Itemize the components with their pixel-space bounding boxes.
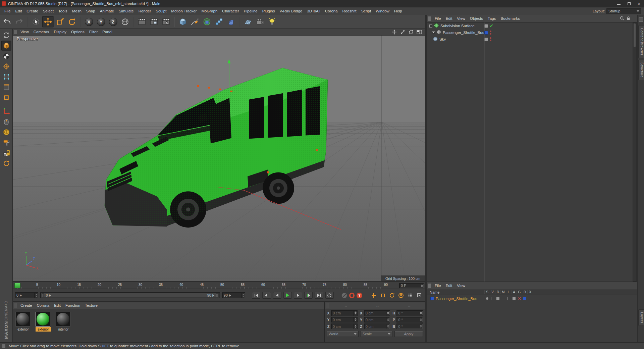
visibility-dots-icon[interactable] xyxy=(490,31,491,35)
object-manager-menu-item[interactable]: File xyxy=(432,15,443,22)
take-marker-icon[interactable] xyxy=(522,296,527,301)
record-scale-icon[interactable] xyxy=(379,292,386,299)
pos-y-field[interactable]: 0 cm xyxy=(331,317,358,322)
zoom-view-icon[interactable] xyxy=(399,30,406,35)
take-solo-icon[interactable] xyxy=(484,296,490,301)
coin-icon[interactable] xyxy=(1,127,11,137)
menu-item[interactable]: File xyxy=(2,7,13,15)
layout-dropdown[interactable]: Startup xyxy=(606,8,641,14)
axis-y-lock-icon[interactable]: Y xyxy=(95,16,107,28)
take-column-header[interactable]: V xyxy=(490,290,495,294)
menu-item[interactable]: Render xyxy=(136,7,154,15)
prev-key-icon[interactable] xyxy=(262,292,271,299)
enable-axis-icon[interactable] xyxy=(1,106,11,116)
rotate-view-icon[interactable] xyxy=(407,30,415,35)
enabled-check-icon[interactable] xyxy=(490,24,493,27)
next-frame-icon[interactable] xyxy=(294,292,302,299)
take-column-header[interactable]: M xyxy=(500,290,506,294)
object-manager-scrollbar[interactable] xyxy=(633,22,637,282)
dock-tab[interactable]: Content Browser xyxy=(638,25,644,58)
viewport-menu-item[interactable]: View xyxy=(18,29,31,35)
minimize-button[interactable] xyxy=(614,0,624,7)
material-item[interactable]: interior xyxy=(56,312,71,332)
texture-tag-icon[interactable] xyxy=(484,31,488,35)
paint-icon[interactable] xyxy=(1,138,11,148)
move-tool-icon[interactable] xyxy=(42,16,54,28)
keyframe-selection-icon[interactable] xyxy=(416,292,423,299)
timeline-playhead[interactable] xyxy=(14,283,20,288)
rotate-tool-icon[interactable] xyxy=(66,16,78,28)
menu-item[interactable]: Corona xyxy=(323,7,340,15)
add-light-icon[interactable] xyxy=(266,16,278,28)
add-camera-icon[interactable] xyxy=(254,16,266,28)
take-manager-menu-item[interactable]: File xyxy=(432,283,443,289)
material-item[interactable]: exterior xyxy=(36,312,51,332)
object-manager-menu-item[interactable]: Edit xyxy=(443,15,455,22)
points-mode-icon[interactable] xyxy=(1,72,11,82)
take-column-header[interactable]: D xyxy=(522,290,527,294)
play-icon[interactable] xyxy=(283,292,292,299)
range-end-field[interactable]: 90 F xyxy=(222,292,246,298)
take-manager-menu-item[interactable]: Edit xyxy=(443,283,455,289)
viewport-menu-item[interactable]: Options xyxy=(69,29,87,35)
live-selection-icon[interactable] xyxy=(30,16,42,28)
coord-mode-dropdown[interactable]: Scale xyxy=(361,331,392,337)
menu-item[interactable]: Help xyxy=(392,7,405,15)
menu-item[interactable]: Animate xyxy=(98,7,116,15)
dock-tab[interactable]: Structure xyxy=(638,60,644,80)
size-x-field[interactable]: 0 cm xyxy=(364,310,390,316)
dock-tab-layers[interactable]: Layers xyxy=(638,309,644,326)
add-mograph-icon[interactable] xyxy=(213,16,225,28)
viewport-menu-item[interactable]: Cameras xyxy=(31,29,52,35)
take-lights-icon[interactable] xyxy=(506,296,511,301)
axis-z-lock-icon[interactable]: Z xyxy=(107,16,119,28)
menu-item[interactable]: Window xyxy=(373,7,392,15)
coordinate-system-icon[interactable] xyxy=(119,16,131,28)
panel-grip[interactable] xyxy=(428,16,431,21)
take-column-header[interactable]: A xyxy=(511,290,517,294)
coord-header-size[interactable]: -- xyxy=(362,304,393,308)
prev-frame-icon[interactable] xyxy=(273,292,281,299)
pos-x-field[interactable]: 0 cm xyxy=(331,310,358,316)
take-column-header[interactable]: G xyxy=(517,290,522,294)
record-pla-icon[interactable] xyxy=(407,292,414,299)
workplane-mode-icon[interactable] xyxy=(1,61,11,71)
rot-p-field[interactable]: 0 ° xyxy=(396,317,423,322)
goto-start-icon[interactable] xyxy=(252,292,260,299)
visibility-dots-icon[interactable] xyxy=(490,37,491,41)
polygons-mode-icon[interactable] xyxy=(1,93,11,103)
axis-x-lock-icon[interactable]: X xyxy=(83,16,95,28)
range-grip-right[interactable] xyxy=(216,293,219,297)
menu-item[interactable]: Character xyxy=(220,7,241,15)
material-menu-item[interactable]: Texture xyxy=(83,302,100,309)
take-row-passenger-shuttle-bus[interactable]: Passenger_Shuttle_Bus xyxy=(427,295,637,302)
menu-item[interactable]: Redshift xyxy=(340,7,359,15)
add-deformer-icon[interactable] xyxy=(225,16,237,28)
model-mode-icon[interactable] xyxy=(1,41,11,51)
material-thumbnail[interactable] xyxy=(56,312,70,327)
preview-range-slider[interactable]: 0 F 90 F xyxy=(40,292,220,298)
take-column-header[interactable]: L xyxy=(506,290,511,294)
add-cube-icon[interactable] xyxy=(177,16,189,28)
menu-item[interactable]: Pipeline xyxy=(241,7,260,15)
panel-grip[interactable] xyxy=(326,303,329,308)
record-rotation-icon[interactable] xyxy=(388,292,395,299)
menu-item[interactable]: Select xyxy=(41,7,56,15)
panel-grip[interactable] xyxy=(14,30,17,34)
take-materials-icon[interactable] xyxy=(500,296,506,301)
material-menu-item[interactable]: Function xyxy=(63,302,83,309)
autokeying-icon[interactable] xyxy=(349,293,355,298)
menu-item[interactable]: V-Ray Bridge xyxy=(277,7,305,15)
close-button[interactable]: × xyxy=(634,0,644,7)
edges-mode-icon[interactable] xyxy=(1,82,11,92)
take-render-icon[interactable] xyxy=(495,296,500,301)
coord-space-dropdown[interactable]: World xyxy=(327,331,359,337)
tree-row-subdivision-surface[interactable]: Subdivision Surface xyxy=(427,22,637,29)
rot-b-field[interactable]: 0 ° xyxy=(396,323,423,329)
render-view-icon[interactable] xyxy=(136,16,148,28)
take-manager-menu-item[interactable]: View xyxy=(454,283,468,289)
lock-icon[interactable] xyxy=(626,16,631,21)
texture-mode-icon[interactable] xyxy=(1,51,11,61)
record-position-icon[interactable] xyxy=(370,292,377,299)
texture-lock-icon[interactable] xyxy=(1,148,11,158)
